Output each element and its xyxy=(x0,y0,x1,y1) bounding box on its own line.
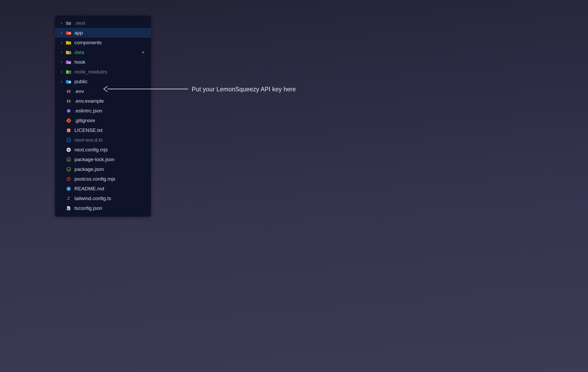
svg-point-12 xyxy=(67,100,68,101)
svg-point-13 xyxy=(69,100,70,101)
tree-item-components[interactable]: › components xyxy=(55,38,151,47)
annotation-text: Put your LemonSqueezy API key here xyxy=(192,86,296,93)
svg-point-10 xyxy=(67,91,68,92)
svg-point-11 xyxy=(69,91,70,92)
chevron-right-icon: › xyxy=(59,59,64,65)
svg-rect-3 xyxy=(69,33,70,33)
tree-item-label: tailwind.config.ts xyxy=(74,196,111,201)
folder-node-modules-icon xyxy=(66,69,72,75)
svg-text:N: N xyxy=(68,148,69,151)
env-file-icon xyxy=(66,88,72,95)
tree-item-readme[interactable]: › i README.md xyxy=(55,184,151,194)
tree-item-node-modules[interactable]: › node_modules xyxy=(55,67,151,77)
tree-item-hook[interactable]: › hook xyxy=(55,57,151,67)
tree-item-label: next.config.mjs xyxy=(74,147,108,153)
tree-item-label: node_modules xyxy=(74,69,107,75)
tree-item-next-config[interactable]: › N next.config.mjs xyxy=(55,145,151,155)
annotation-arrow-icon xyxy=(103,84,189,94)
tree-item-package-lock[interactable]: › JS package-lock.json xyxy=(55,155,151,164)
tree-item-label: hook xyxy=(74,59,85,65)
tailwind-file-icon xyxy=(66,195,72,202)
tree-item-label: .next xyxy=(74,20,85,26)
readme-file-icon: i xyxy=(66,186,72,192)
tree-item-label: package.json xyxy=(74,166,104,172)
eslint-file-icon xyxy=(66,108,72,114)
svg-text:JS: JS xyxy=(68,168,70,170)
env-file-icon xyxy=(66,98,72,104)
tree-item-label: package-lock.json xyxy=(74,157,114,162)
tree-item-label: data xyxy=(74,49,84,55)
tsconfig-file-icon: TS xyxy=(66,205,72,211)
tree-item-next[interactable]: › N .next xyxy=(55,18,151,28)
tree-item-data[interactable]: › data xyxy=(55,47,151,57)
svg-rect-7 xyxy=(70,33,71,34)
nextjs-file-icon: N xyxy=(66,147,72,153)
svg-rect-5 xyxy=(69,33,69,34)
nodejs-file-icon: JS xyxy=(66,166,72,172)
nodejs-file-icon: JS xyxy=(66,156,72,163)
svg-rect-6 xyxy=(69,33,70,34)
folder-app-icon xyxy=(66,30,72,36)
chevron-right-icon: › xyxy=(59,21,64,26)
tree-item-env-example[interactable]: › .env.example xyxy=(55,96,151,106)
folder-public-icon xyxy=(66,78,72,85)
tree-item-label: .env xyxy=(74,88,84,94)
svg-text:i: i xyxy=(68,187,69,190)
folder-components-icon xyxy=(66,39,72,46)
license-file-icon xyxy=(66,127,72,133)
tree-item-label: README.md xyxy=(74,186,104,192)
folder-hook-icon xyxy=(66,59,72,65)
tree-item-label: next-env.d.ts xyxy=(74,137,103,143)
svg-text:N: N xyxy=(67,23,68,25)
tree-item-label: LICENSE.txt xyxy=(74,127,103,133)
tree-item-label: .gitignore xyxy=(74,118,95,123)
git-file-icon xyxy=(66,117,72,124)
dts-file-icon: TS xyxy=(66,137,72,143)
svg-text:JS: JS xyxy=(68,159,70,161)
chevron-right-icon: › xyxy=(59,79,64,84)
svg-rect-2 xyxy=(69,33,69,33)
tree-item-eslintrc[interactable]: › .eslintrc.json xyxy=(55,106,151,116)
tree-item-package-json[interactable]: › JS package.json xyxy=(55,164,151,174)
chevron-right-icon: › xyxy=(59,69,64,74)
svg-text:TS: TS xyxy=(67,139,70,142)
chevron-right-icon: › xyxy=(59,40,64,45)
svg-text:TS: TS xyxy=(67,209,69,210)
tree-item-tailwind-config[interactable]: › tailwind.config.ts xyxy=(55,194,151,203)
tree-item-next-env-dts[interactable]: › TS next-env.d.ts xyxy=(55,135,151,145)
tree-item-gitignore[interactable]: › .gitignore xyxy=(55,116,151,125)
tree-item-app[interactable]: › app xyxy=(55,28,151,38)
tree-item-label: app xyxy=(74,30,83,36)
tree-item-label: components xyxy=(74,40,102,46)
tree-item-label: postcss.config.mjs xyxy=(74,176,115,182)
chevron-right-icon: › xyxy=(59,30,64,35)
modified-indicator-icon xyxy=(142,51,144,53)
svg-rect-4 xyxy=(70,33,71,33)
tree-item-label: .eslintrc.json xyxy=(74,108,102,114)
svg-point-8 xyxy=(69,52,71,53)
tree-item-label: public xyxy=(74,79,88,85)
tree-item-tsconfig[interactable]: › TS tsconfig.json xyxy=(55,203,151,213)
folder-data-icon xyxy=(66,49,72,56)
tree-item-label: tsconfig.json xyxy=(74,205,102,211)
folder-next-icon: N xyxy=(66,20,72,26)
tree-item-postcss-config[interactable]: › postcss.config.mjs xyxy=(55,174,151,184)
chevron-right-icon: › xyxy=(59,50,64,55)
postcss-file-icon xyxy=(66,176,72,182)
tree-item-label: .env.example xyxy=(74,98,104,104)
tree-item-license[interactable]: › LICENSE.txt xyxy=(55,125,151,135)
file-explorer-panel: › N .next › app › components › data › xyxy=(55,16,151,217)
